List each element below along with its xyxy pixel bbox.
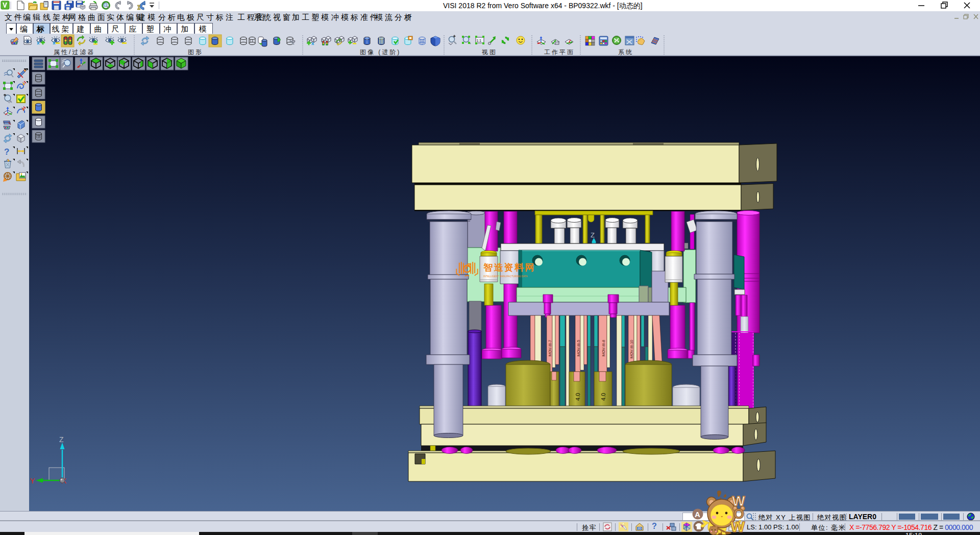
svg-text:MOV-III-7: MOV-III-7 [548,340,552,356]
svg-text:MOV-III-10: MOV-III-10 [629,340,634,358]
svg-text:?: ? [4,147,9,157]
svg-text:W: W [730,518,745,535]
svg-text:MOV-III-8: MOV-III-8 [601,340,606,356]
svg-text:4.0: 4.0 [600,393,606,401]
svg-text:MOV-III-5: MOV-III-5 [576,340,581,356]
svg-text:Z: Z [59,435,64,444]
svg-text:A: A [695,510,700,519]
svg-text:4.0: 4.0 [575,393,581,401]
svg-text:Y: Y [30,477,35,485]
svg-text:2D: 2D [638,527,642,530]
svg-text:Z: Z [591,231,595,239]
svg-text:1:1: 1:1 [477,39,482,42]
